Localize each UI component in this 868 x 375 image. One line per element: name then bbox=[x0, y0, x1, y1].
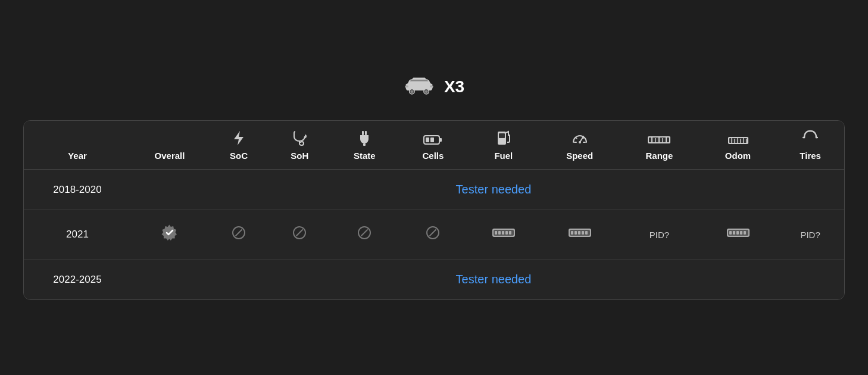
col-state: State bbox=[330, 121, 399, 170]
obd-connector-icon bbox=[492, 226, 516, 239]
svg-point-1 bbox=[411, 90, 413, 93]
col-overall: Overall bbox=[131, 121, 208, 170]
col-cells: Cells bbox=[399, 121, 467, 170]
speed-cell bbox=[540, 210, 619, 260]
svg-rect-4 bbox=[405, 85, 408, 87]
col-range: Range bbox=[619, 121, 700, 170]
year-cell: 2021 bbox=[24, 210, 131, 260]
col-tires: Tires bbox=[776, 121, 844, 170]
lightning-icon bbox=[214, 130, 263, 148]
svg-rect-56 bbox=[571, 231, 573, 235]
tires-cell: PID? bbox=[776, 210, 844, 260]
cells-cell bbox=[399, 210, 467, 260]
svg-rect-15 bbox=[499, 133, 505, 138]
stethoscope-icon bbox=[275, 130, 324, 148]
col-speed: Speed bbox=[540, 121, 619, 170]
col-soh: SoH bbox=[269, 121, 330, 170]
odom-ruler-icon bbox=[705, 135, 771, 148]
overall-cell bbox=[131, 210, 208, 260]
svg-rect-53 bbox=[509, 231, 511, 235]
col-year: Year bbox=[24, 121, 131, 170]
svg-rect-52 bbox=[505, 231, 508, 235]
svg-line-20 bbox=[576, 138, 577, 139]
svg-rect-57 bbox=[574, 231, 577, 235]
svg-rect-50 bbox=[498, 231, 501, 235]
svg-line-44 bbox=[361, 230, 367, 236]
svg-rect-67 bbox=[744, 231, 746, 235]
table-row: 2022-2025 Tester needed bbox=[24, 260, 844, 300]
year-cell: 2018-2020 bbox=[24, 170, 131, 210]
page-header: X3 bbox=[404, 75, 464, 99]
speedometer-icon bbox=[546, 130, 613, 148]
compatibility-table-container: Year Overall SoC bbox=[23, 120, 845, 300]
slash-circle-icon bbox=[232, 226, 246, 240]
col-odom: Odom bbox=[700, 121, 777, 170]
svg-rect-13 bbox=[430, 138, 434, 142]
plug-icon bbox=[336, 130, 393, 148]
svg-marker-6 bbox=[234, 131, 243, 145]
svg-rect-59 bbox=[582, 231, 584, 235]
svg-rect-5 bbox=[430, 85, 433, 87]
svg-rect-51 bbox=[502, 231, 504, 235]
svg-rect-12 bbox=[426, 138, 429, 142]
slash-circle-icon bbox=[292, 226, 307, 240]
svg-rect-63 bbox=[729, 231, 732, 235]
tester-needed-cell: Tester needed bbox=[131, 260, 844, 300]
svg-rect-9 bbox=[363, 143, 366, 146]
svg-rect-8 bbox=[365, 131, 367, 135]
soh-cell bbox=[269, 210, 330, 260]
svg-line-42 bbox=[296, 230, 302, 236]
svg-rect-7 bbox=[362, 131, 364, 135]
slash-circle-icon bbox=[426, 226, 440, 240]
svg-rect-11 bbox=[439, 138, 442, 142]
soc-cell bbox=[208, 210, 269, 260]
svg-line-17 bbox=[580, 136, 583, 142]
col-fuel: Fuel bbox=[467, 121, 541, 170]
tester-needed-label: Tester needed bbox=[444, 183, 532, 196]
fuel-cell bbox=[467, 210, 541, 260]
tester-needed-label: Tester needed bbox=[444, 273, 532, 286]
svg-rect-60 bbox=[585, 231, 588, 235]
svg-rect-58 bbox=[578, 231, 580, 235]
svg-rect-49 bbox=[495, 231, 497, 235]
car-icon bbox=[404, 75, 435, 99]
odom-cell bbox=[700, 210, 777, 260]
compatibility-table: Year Overall SoC bbox=[24, 121, 844, 299]
table-row: 2021 bbox=[24, 210, 844, 260]
range-ruler-icon bbox=[625, 134, 694, 148]
svg-rect-64 bbox=[733, 231, 735, 235]
svg-rect-65 bbox=[736, 231, 739, 235]
svg-line-46 bbox=[430, 230, 436, 236]
page-title: X3 bbox=[444, 77, 464, 96]
obd-connector-icon bbox=[726, 226, 750, 239]
obd-connector-icon bbox=[568, 226, 592, 239]
verified-icon bbox=[160, 223, 179, 242]
slash-circle-icon bbox=[357, 226, 371, 240]
fuel-pump-icon bbox=[473, 129, 535, 148]
col-soc: SoC bbox=[208, 121, 269, 170]
year-cell: 2022-2025 bbox=[24, 260, 131, 300]
range-cell: PID? bbox=[619, 210, 700, 260]
battery-icon bbox=[405, 134, 461, 148]
table-row: 2018-2020 Tester needed bbox=[24, 170, 844, 210]
svg-point-3 bbox=[425, 90, 427, 93]
tester-needed-cell: Tester needed bbox=[131, 170, 844, 210]
tire-icon bbox=[782, 129, 838, 148]
table-header-row: Year Overall SoC bbox=[24, 121, 844, 170]
state-cell bbox=[330, 210, 399, 260]
svg-rect-66 bbox=[740, 231, 742, 235]
svg-line-40 bbox=[236, 230, 242, 236]
